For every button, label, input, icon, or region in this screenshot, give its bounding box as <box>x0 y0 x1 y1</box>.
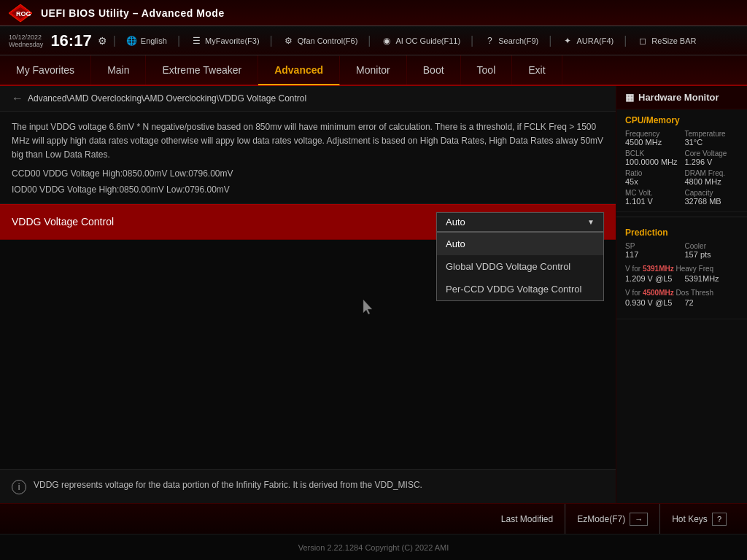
setting-value-button[interactable]: Auto ▼ <box>436 212 604 232</box>
status-bar: Last Modified EzMode(F7) → Hot Keys ? <box>0 503 747 534</box>
bottom-info: i VDDG represents voltage for the data p… <box>0 469 616 503</box>
setting-label: VDDG Voltage Control <box>12 216 436 228</box>
tab-tool[interactable]: Tool <box>461 55 513 85</box>
info-text: VDDG represents voltage for the data por… <box>34 478 422 491</box>
tab-monitor[interactable]: Monitor <box>340 55 407 85</box>
hotkeys-button[interactable]: Hot Keys ? <box>659 504 738 534</box>
capacity-label: Capacity <box>685 189 739 197</box>
content-area: ← Advanced\AMD Overclocking\AMD Overcloc… <box>0 86 616 503</box>
qfan-icon: ⚙ <box>283 35 295 47</box>
toolbar-resize[interactable]: ◻ ReSize BAR <box>632 34 700 48</box>
language-icon: 🌐 <box>126 35 138 47</box>
temperature-label: Temperature <box>685 130 739 138</box>
toolbar-search[interactable]: ? Search(F9) <box>479 34 543 48</box>
toolbar-aura[interactable]: ✦ AURA(F4) <box>557 34 618 48</box>
rog-logo: ROG <box>7 3 34 23</box>
frequency-label: Frequency <box>625 130 679 138</box>
toolbar-qfan[interactable]: ⚙ Qfan Control(F6) <box>279 34 363 48</box>
toolbar-language[interactable]: 🌐 English <box>122 34 171 48</box>
bottom-info-row: i VDDG represents voltage for the data p… <box>12 478 604 494</box>
ccd-info: CCD00 VDDG Voltage High:0850.00mV Low:07… <box>12 168 604 179</box>
v4500-thresh: 72 <box>685 298 739 307</box>
cooler-value: 157 pts <box>685 250 739 259</box>
settings-icon[interactable]: ⚙ <box>98 35 107 47</box>
breadcrumb-path: Advanced\AMD Overclocking\AMD Overclocki… <box>28 93 306 104</box>
tab-boot[interactable]: Boot <box>407 55 461 85</box>
tab-extreme-tweaker[interactable]: Extreme Tweaker <box>146 55 258 85</box>
hw-cpu-memory-section: CPU/Memory Frequency 4500 MHz Temperatur… <box>616 109 747 212</box>
resize-icon: ◻ <box>637 35 649 47</box>
tab-advanced[interactable]: Advanced <box>258 56 340 85</box>
mc-volt-value: 1.101 V <box>625 197 679 206</box>
setting-row: VDDG Voltage Control Auto ▼ Auto Global … <box>0 204 616 240</box>
back-button[interactable]: ← <box>12 92 23 105</box>
toolbar-date: 10/12/2022Wednesday <box>9 34 43 48</box>
description-area: The input VDDG voltage 6.6mV * N negativ… <box>0 112 616 204</box>
toolbar-aioc[interactable]: ◉ AI OC Guide(F11) <box>376 34 465 48</box>
svg-text:ROG: ROG <box>16 10 31 18</box>
dropdown-item-per-ccd[interactable]: Per-CCD VDDG Voltage Control <box>437 278 603 300</box>
ezmode-icon: → <box>630 513 648 526</box>
cursor <box>362 298 616 319</box>
ratio-value: 45x <box>625 177 679 186</box>
core-voltage-value: 1.296 V <box>685 158 739 166</box>
toolbar: 10/12/2022Wednesday 16:17 ⚙ | 🌐 English … <box>0 26 747 55</box>
v5391-freq-val: 5391MHz <box>685 274 739 283</box>
sp-label: SP <box>625 242 679 250</box>
v5391-freq: 5391MHz <box>643 265 674 273</box>
main-layout: ← Advanced\AMD Overclocking\AMD Overcloc… <box>0 86 747 503</box>
temperature-value: 31°C <box>685 138 739 147</box>
hw-monitor: ▦ Hardware Monitor CPU/Memory Frequency … <box>616 86 747 503</box>
last-modified-button[interactable]: Last Modified <box>489 504 565 534</box>
toolbar-time: 16:17 <box>50 31 91 50</box>
v4500-title: V for 4500MHz Dos Thresh <box>625 289 738 297</box>
header: ROG UEFI BIOS Utility – Advanced Mode <box>0 0 747 26</box>
core-voltage-label: Core Voltage <box>685 149 739 158</box>
tab-my-favorites[interactable]: My Favorites <box>0 55 91 85</box>
v4500-freq: 4500MHz <box>643 289 674 297</box>
ratio-label: Ratio <box>625 169 679 177</box>
dropdown-item-global[interactable]: Global VDDG Voltage Control <box>437 255 603 278</box>
ezmode-button[interactable]: EzMode(F7) → <box>565 504 659 534</box>
sp-value: 117 <box>625 250 679 259</box>
toolbar-myfavorite[interactable]: ☰ MyFavorite(F3) <box>186 34 264 48</box>
svg-marker-3 <box>363 300 372 314</box>
setting-dropdown-container: Auto ▼ Auto Global VDDG Voltage Control … <box>436 212 604 232</box>
mc-volt-label: MC Volt. <box>625 189 679 197</box>
hw-monitor-icon: ▦ <box>625 92 634 103</box>
v5391-row: V for 5391MHz Heavy Freq 1.209 V @L5 539… <box>625 265 738 283</box>
dropdown-arrow-icon: ▼ <box>587 218 595 226</box>
description-main: The input VDDG voltage 6.6mV * N negativ… <box>12 120 604 163</box>
iod-info: IOD00 VDDG Voltage High:0850.00mV Low:07… <box>12 184 604 195</box>
header-title: UEFI BIOS Utility – Advanced Mode <box>41 7 225 19</box>
tab-exit[interactable]: Exit <box>512 55 562 85</box>
dram-freq-value: 4800 MHz <box>685 177 739 186</box>
myfavorite-icon: ☰ <box>190 35 202 47</box>
hotkeys-label: Hot Keys <box>672 514 708 524</box>
dropdown-item-auto[interactable]: Auto <box>437 233 603 255</box>
capacity-value: 32768 MB <box>685 197 739 206</box>
breadcrumb: ← Advanced\AMD Overclocking\AMD Overcloc… <box>0 86 616 112</box>
last-modified-label: Last Modified <box>501 514 553 524</box>
ezmode-label: EzMode(F7) <box>577 514 625 524</box>
dram-freq-label: DRAM Freq. <box>685 169 739 177</box>
hw-cpu-memory-title: CPU/Memory <box>625 115 738 125</box>
tab-main[interactable]: Main <box>91 55 146 85</box>
footer: Version 2.22.1284 Copyright (C) 2022 AMI <box>0 534 747 560</box>
prediction-title: Prediction <box>625 228 738 238</box>
hw-monitor-title: ▦ Hardware Monitor <box>616 86 747 109</box>
search-icon: ? <box>484 35 495 47</box>
setting-current-value: Auto <box>446 217 583 228</box>
frequency-value: 4500 MHz <box>625 138 679 147</box>
v4500-volt: 0.930 V @L5 <box>625 298 679 307</box>
aura-icon: ✦ <box>562 35 573 47</box>
info-icon: i <box>12 480 26 494</box>
hw-prediction-section: Prediction SP 117 Cooler 157 pts V for 5… <box>616 222 747 319</box>
bclk-label: BCLK <box>625 149 679 158</box>
v4500-row: V for 4500MHz Dos Thresh 0.930 V @L5 72 <box>625 289 738 307</box>
cooler-label: Cooler <box>685 242 739 250</box>
footer-version: Version 2.22.1284 Copyright (C) 2022 AMI <box>298 543 449 552</box>
hotkeys-icon: ? <box>712 513 727 526</box>
v5391-title: V for 5391MHz Heavy Freq <box>625 265 738 273</box>
dropdown-menu: Auto Global VDDG Voltage Control Per-CCD… <box>436 232 604 301</box>
